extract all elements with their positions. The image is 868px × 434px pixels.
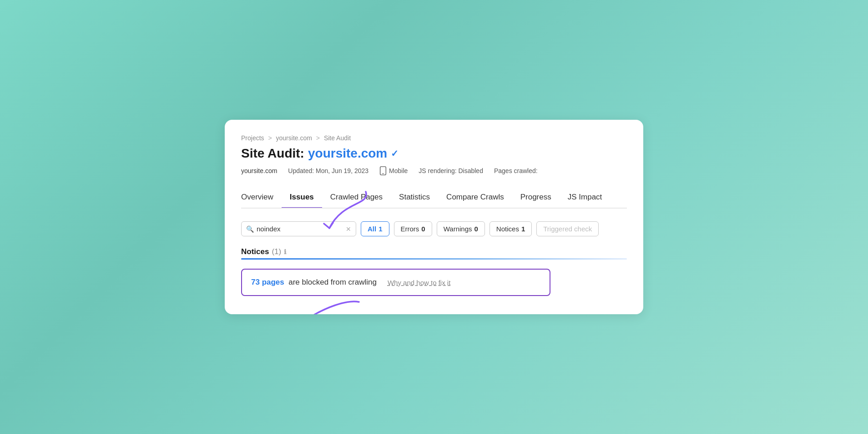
section-header: Notices (1) ℹ bbox=[241, 247, 627, 256]
breadcrumb-domain[interactable]: yoursite.com bbox=[276, 134, 312, 142]
tab-issues[interactable]: Issues bbox=[282, 188, 322, 209]
section-divider bbox=[241, 258, 627, 260]
issue-pages-link[interactable]: 73 pages bbox=[251, 278, 284, 286]
section-label: Notices bbox=[241, 247, 269, 256]
filter-notices-button[interactable]: Notices 1 bbox=[490, 221, 532, 236]
nav-tabs: Overview Issues Crawled Pages Statistics… bbox=[241, 188, 627, 209]
page-title-static: Site Audit: bbox=[241, 146, 304, 161]
breadcrumb-sep-2: > bbox=[316, 134, 320, 142]
filter-errors-button[interactable]: Errors 0 bbox=[394, 221, 432, 236]
domain-link[interactable]: yoursite.com bbox=[308, 146, 387, 161]
svg-rect-1 bbox=[382, 173, 384, 174]
page-title: Site Audit: yoursite.com ✓ bbox=[241, 146, 627, 161]
meta-pages-crawled: Pages crawled: bbox=[494, 167, 538, 174]
main-card: Projects > yoursite.com > Site Audit Sit… bbox=[225, 120, 643, 314]
filter-notices-label: Notices bbox=[496, 225, 519, 233]
search-box: 🔍 ✕ bbox=[241, 221, 356, 236]
filter-warnings-button[interactable]: Warnings 0 bbox=[437, 221, 485, 236]
triggered-check-button[interactable]: Triggered check bbox=[536, 221, 599, 236]
tab-overview[interactable]: Overview bbox=[241, 188, 282, 209]
tab-crawled-pages[interactable]: Crawled Pages bbox=[322, 188, 391, 209]
meta-device: Mobile bbox=[379, 166, 408, 175]
meta-js-rendering: JS rendering: Disabled bbox=[419, 167, 483, 174]
tab-js-impact[interactable]: JS Impact bbox=[560, 188, 611, 209]
breadcrumb: Projects > yoursite.com > Site Audit bbox=[241, 134, 627, 142]
filter-warnings-count: 0 bbox=[474, 225, 478, 233]
meta-domain: yoursite.com bbox=[241, 167, 277, 174]
triggered-check-label: Triggered check bbox=[543, 225, 592, 233]
tab-progress[interactable]: Progress bbox=[512, 188, 560, 209]
fix-link[interactable]: Why and how to fix it bbox=[388, 279, 450, 286]
breadcrumb-projects[interactable]: Projects bbox=[241, 134, 264, 142]
clear-icon[interactable]: ✕ bbox=[346, 225, 351, 233]
issue-description: are blocked from crawling bbox=[288, 278, 377, 286]
breadcrumb-current: Site Audit bbox=[324, 134, 351, 142]
filter-all-label: All bbox=[368, 225, 376, 233]
meta-updated: Updated: Mon, Jun 19, 2023 bbox=[288, 167, 368, 174]
issue-row: 73 pages are blocked from crawling Why a… bbox=[241, 269, 550, 296]
filter-all-button[interactable]: All 1 bbox=[361, 221, 389, 236]
breadcrumb-sep-1: > bbox=[268, 134, 272, 142]
filter-errors-count: 0 bbox=[421, 225, 425, 233]
meta-row: yoursite.com Updated: Mon, Jun 19, 2023 … bbox=[241, 166, 627, 175]
filters-row: 🔍 ✕ All 1 Errors 0 Warnings 0 Notices 1 … bbox=[241, 221, 627, 236]
issue-text: 73 pages are blocked from crawling bbox=[251, 278, 377, 287]
filter-errors-label: Errors bbox=[401, 225, 419, 233]
tab-compare-crawls[interactable]: Compare Crawls bbox=[438, 188, 512, 209]
filter-notices-count: 1 bbox=[521, 225, 525, 233]
search-icon: 🔍 bbox=[246, 225, 254, 233]
section-count: (1) bbox=[272, 247, 281, 256]
filter-warnings-label: Warnings bbox=[444, 225, 472, 233]
filter-all-count: 1 bbox=[378, 225, 382, 233]
tab-statistics[interactable]: Statistics bbox=[391, 188, 438, 209]
chevron-icon[interactable]: ✓ bbox=[391, 148, 399, 159]
search-input[interactable] bbox=[257, 225, 343, 233]
annotation-arrow-2 bbox=[288, 297, 361, 314]
info-icon[interactable]: ℹ bbox=[284, 248, 286, 255]
